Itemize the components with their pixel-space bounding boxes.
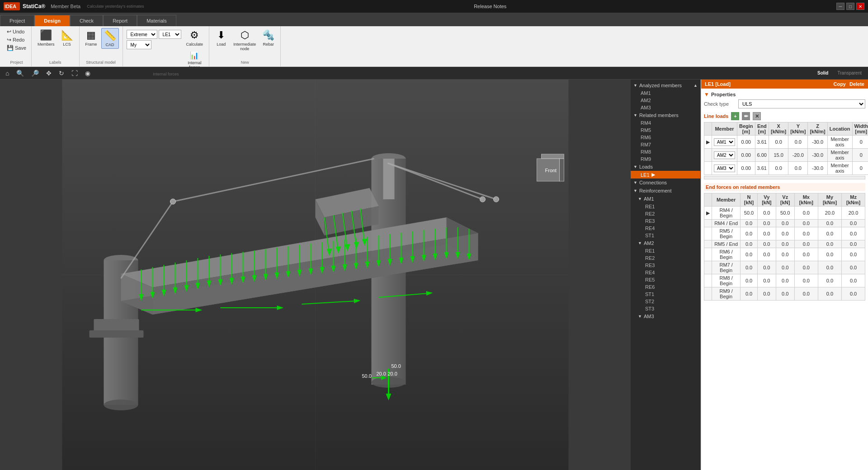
- tab-materials[interactable]: Materials: [137, 15, 176, 26]
- ef-n-4[interactable]: 0.0: [741, 248, 758, 261]
- member-am2-select[interactable]: AM2: [712, 149, 737, 162]
- ef-vy-4[interactable]: 0.0: [757, 248, 776, 261]
- expand-am3[interactable]: [704, 162, 712, 175]
- am3-z[interactable]: -30.0: [808, 162, 827, 175]
- ef-vz-2[interactable]: 0.0: [776, 227, 794, 240]
- am1-z[interactable]: -30.0: [808, 136, 827, 149]
- tree-rm6[interactable]: RM6: [631, 134, 700, 141]
- ef-vy-2[interactable]: 0.0: [757, 227, 776, 240]
- tree-am2-re1[interactable]: RE1: [631, 247, 700, 254]
- tree-am1-re4[interactable]: RE4: [631, 225, 700, 232]
- ef-vz-4[interactable]: 0.0: [776, 248, 794, 261]
- tree-am2-re2[interactable]: RE2: [631, 254, 700, 262]
- reinf-am3-header[interactable]: ▼ AM3: [631, 312, 700, 320]
- frame-button[interactable]: ▦ Frame: [83, 28, 99, 48]
- ef-member-5[interactable]: RM7 / Begin: [712, 261, 741, 274]
- ef-mx-5[interactable]: 0.0: [794, 261, 818, 274]
- ef-expand-0[interactable]: ▶: [704, 207, 712, 220]
- ef-n-0[interactable]: 50.0: [741, 207, 758, 220]
- lcs-button[interactable]: 📐 LCS: [59, 28, 75, 48]
- tree-am1-st1[interactable]: ST1: [631, 232, 700, 239]
- solid-view-toggle[interactable]: Solid: [815, 70, 831, 76]
- ef-vy-7[interactable]: 0.0: [757, 287, 776, 301]
- members-button[interactable]: ⬛ Members: [35, 28, 57, 48]
- ef-mx-1[interactable]: 0.0: [794, 220, 818, 227]
- am2-x[interactable]: 15.0: [769, 149, 788, 162]
- ef-vz-3[interactable]: 0.0: [776, 240, 794, 248]
- ef-expand-1[interactable]: [704, 220, 712, 227]
- edit-line-load-button[interactable]: ✏: [742, 112, 750, 120]
- tab-project[interactable]: Project: [0, 15, 34, 26]
- ef-my-0[interactable]: 20.0: [818, 207, 841, 220]
- ef-mz-1[interactable]: 0.0: [842, 220, 865, 227]
- ef-expand-3[interactable]: [704, 240, 712, 248]
- ef-vz-7[interactable]: 0.0: [776, 287, 794, 301]
- tree-am2-re5[interactable]: RE5: [631, 276, 700, 283]
- ef-n-2[interactable]: 0.0: [741, 227, 758, 240]
- maximize-button[interactable]: □: [846, 3, 854, 10]
- ef-member-0[interactable]: RM4 / Begin: [712, 207, 741, 220]
- ef-mz-7[interactable]: 0.0: [842, 287, 865, 301]
- analyzed-members-header[interactable]: ▼ Analyzed members ▲: [631, 81, 700, 89]
- ef-member-2[interactable]: RM5 / Begin: [712, 227, 741, 240]
- am1-width[interactable]: 0: [852, 136, 868, 149]
- am2-end[interactable]: 6.00: [755, 149, 769, 162]
- tree-am2-re4[interactable]: RE4: [631, 269, 700, 276]
- tree-rm4[interactable]: RM4: [631, 119, 700, 127]
- tree-am1-re3[interactable]: RE3: [631, 217, 700, 225]
- am2-width[interactable]: 0: [852, 149, 868, 162]
- fit-button[interactable]: ⛶: [70, 69, 80, 78]
- ef-expand-4[interactable]: [704, 248, 712, 261]
- ef-expand-7[interactable]: [704, 287, 712, 301]
- ef-n-1[interactable]: 0.0: [741, 220, 758, 227]
- ef-n-6[interactable]: 0.0: [741, 274, 758, 287]
- reinf-am1-header[interactable]: ▼ AM1: [631, 195, 700, 203]
- check-type-select[interactable]: ULS: [738, 99, 865, 108]
- zoom-extend-button[interactable]: 🔍: [14, 69, 26, 78]
- tree-am2[interactable]: AM2: [631, 97, 700, 104]
- ef-vz-5[interactable]: 0.0: [776, 261, 794, 274]
- ef-vz-0[interactable]: 50.0: [776, 207, 794, 220]
- line-loads-hscroll[interactable]: [704, 176, 865, 179]
- tree-am2-st1[interactable]: ST1: [631, 291, 700, 298]
- tree-rm9[interactable]: RM9: [631, 155, 700, 163]
- rebar-button[interactable]: 🔩 Rebar: [260, 28, 277, 48]
- ef-expand-5[interactable]: [704, 261, 712, 274]
- tree-am2-re6[interactable]: RE6: [631, 283, 700, 291]
- zoom-button[interactable]: 🔎: [29, 69, 41, 78]
- viewport-3d[interactable]: 50.0 50.0 20.0 20.0 Front: [0, 80, 631, 470]
- ef-mx-2[interactable]: 0.0: [794, 227, 818, 240]
- ef-n-3[interactable]: 0.0: [741, 240, 758, 248]
- ef-mx-4[interactable]: 0.0: [794, 248, 818, 261]
- tree-rm5[interactable]: RM5: [631, 127, 700, 134]
- tree-rm8[interactable]: RM8: [631, 148, 700, 155]
- am2-begin[interactable]: 0.00: [737, 149, 755, 162]
- ef-vy-3[interactable]: 0.0: [757, 240, 776, 248]
- window-buttons[interactable]: ─ □ ✕: [836, 3, 864, 10]
- ef-mx-3[interactable]: 0.0: [794, 240, 818, 248]
- tree-am2-st2[interactable]: ST2: [631, 298, 700, 305]
- tree-am2-re3[interactable]: RE3: [631, 262, 700, 269]
- ef-n-7[interactable]: 0.0: [741, 287, 758, 301]
- reinf-am2-header[interactable]: ▼ AM2: [631, 239, 700, 247]
- am3-x[interactable]: 0.0: [769, 162, 788, 175]
- am1-begin[interactable]: 0.00: [737, 136, 755, 149]
- am3-begin[interactable]: 0.00: [737, 162, 755, 175]
- am3-y[interactable]: 0.0: [788, 162, 808, 175]
- view-cube-button[interactable]: ◉: [83, 69, 92, 78]
- close-button[interactable]: ✕: [856, 3, 864, 10]
- ef-my-1[interactable]: 0.0: [818, 220, 841, 227]
- ef-mz-6[interactable]: 0.0: [842, 274, 865, 287]
- am1-x[interactable]: 0.0: [769, 136, 788, 149]
- ef-member-4[interactable]: RM6 / Begin: [712, 248, 741, 261]
- ef-mz-5[interactable]: 0.0: [842, 261, 865, 274]
- ef-my-3[interactable]: 0.0: [818, 240, 841, 248]
- reinforcement-header[interactable]: ▼ Reinforcement: [631, 187, 700, 195]
- ef-my-5[interactable]: 0.0: [818, 261, 841, 274]
- am1-location[interactable]: Member axis: [827, 136, 852, 149]
- am1-dropdown[interactable]: AM1: [714, 138, 735, 146]
- am2-dropdown[interactable]: AM2: [714, 151, 735, 159]
- calculate-button[interactable]: ⚙ Calculate: [184, 28, 206, 48]
- related-members-header[interactable]: ▼ Related members: [631, 111, 700, 119]
- tree-am1-re1[interactable]: RE1: [631, 203, 700, 210]
